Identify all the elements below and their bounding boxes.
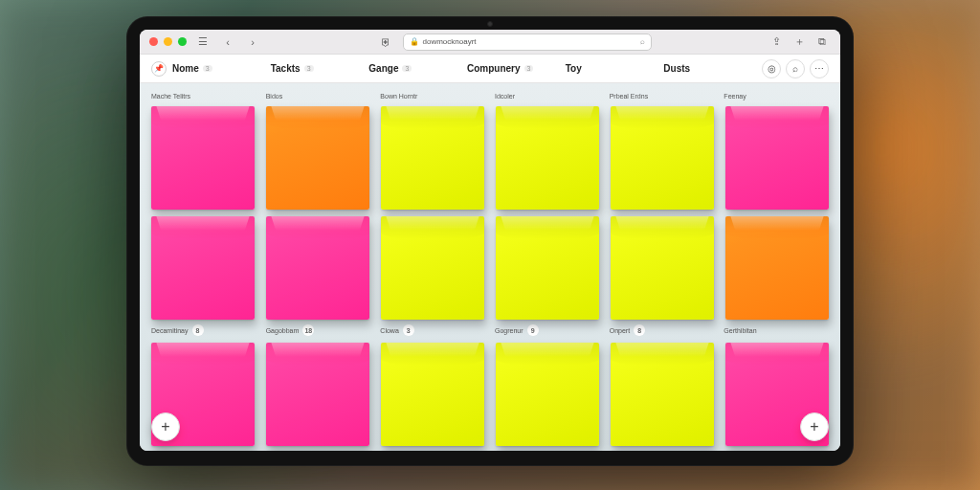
camera-dot [487, 21, 493, 27]
lock-icon: 🔒 [410, 37, 419, 46]
sticky-note[interactable] [151, 216, 255, 320]
more-icon[interactable]: ⋯ [810, 59, 829, 78]
sublabel-4: Prbeal Erdns [610, 93, 715, 100]
back-icon[interactable]: ‹ [219, 33, 236, 51]
section-0[interactable]: Decamitinay8 [151, 324, 256, 336]
sublabel-2: Bown Horntr [380, 93, 485, 100]
column-header-3[interactable]: Compunery3 [467, 63, 560, 74]
monitor-frame: ☰ ‹ › ⛨ 🔒 dowmocknoayrt ⌕ ⇪ ＋ ⧉ 📌 Nome3 … [126, 16, 854, 466]
sticky-note[interactable] [496, 216, 599, 320]
browser-titlebar: ☰ ‹ › ⛨ 🔒 dowmocknoayrt ⌕ ⇪ ＋ ⧉ [140, 30, 840, 55]
section-2[interactable]: Clowa3 [380, 324, 485, 336]
sticky-note[interactable] [725, 216, 829, 320]
pin-icon[interactable]: 📌 [151, 61, 167, 77]
column-header-2[interactable]: Gange3 [368, 63, 461, 74]
sticky-note[interactable] [611, 106, 714, 210]
share-icon[interactable]: ⇪ [768, 33, 785, 51]
tabs-icon[interactable]: ⧉ [813, 33, 831, 51]
search-button[interactable]: ⌕ [786, 59, 805, 78]
column-header-4[interactable]: Toy [566, 63, 658, 74]
add-icon[interactable]: ＋ [791, 33, 808, 51]
add-note-button[interactable]: + [151, 412, 180, 441]
sticky-note[interactable] [381, 216, 484, 320]
notes-row-3 [151, 343, 829, 446]
sublabel-5: Feenay [724, 93, 829, 100]
sticky-note[interactable] [151, 106, 255, 210]
section-5[interactable]: Gerthibitan [724, 324, 829, 336]
user-icon[interactable]: ◎ [762, 59, 781, 78]
sticky-note[interactable] [611, 343, 714, 446]
sticky-note[interactable] [496, 106, 599, 210]
search-icon: ⌕ [640, 37, 645, 46]
close-button[interactable] [149, 37, 158, 46]
sticky-note[interactable] [266, 343, 369, 446]
sticky-note[interactable] [381, 343, 484, 446]
sidebar-toggle-icon[interactable]: ☰ [194, 33, 212, 51]
url-text: dowmocknoayrt [423, 37, 477, 46]
notes-row-2 [151, 216, 829, 320]
sublabel-0: Mache Telitrs [151, 93, 256, 100]
sublabel-3: Idcoler [495, 93, 600, 100]
shield-icon[interactable]: ⛨ [378, 33, 395, 51]
section-labels: Decamitinay8 Gagobbam18 Clowa3 Gogrenur9… [151, 324, 829, 336]
kanban-board: Mache Telitrs Bidos Bown Horntr Idcoler … [140, 83, 840, 451]
add-note-button-right[interactable]: + [800, 412, 829, 441]
address-bar[interactable]: 🔒 dowmocknoayrt ⌕ [403, 33, 652, 51]
forward-icon[interactable]: › [244, 33, 261, 51]
section-4[interactable]: Onpert8 [610, 324, 715, 336]
sticky-note[interactable] [266, 216, 369, 320]
minimize-button[interactable] [164, 37, 172, 46]
column-header-5[interactable]: Dusts [663, 63, 756, 74]
sticky-note[interactable] [725, 106, 829, 210]
window-controls [149, 37, 187, 46]
sublabel-1: Bidos [266, 93, 371, 100]
board-header: 📌 Nome3 Tackts3 Gange3 Compunery3 Toy Du… [140, 55, 840, 83]
section-3[interactable]: Gogrenur9 [495, 324, 600, 336]
screen: ☰ ‹ › ⛨ 🔒 dowmocknoayrt ⌕ ⇪ ＋ ⧉ 📌 Nome3 … [140, 30, 840, 451]
sticky-note[interactable] [266, 106, 369, 210]
notes-row-1 [151, 106, 829, 210]
section-1[interactable]: Gagobbam18 [266, 324, 371, 336]
maximize-button[interactable] [178, 37, 187, 46]
column-header-0[interactable]: Nome3 [172, 63, 265, 74]
column-sublabels: Mache Telitrs Bidos Bown Horntr Idcoler … [151, 93, 829, 100]
sticky-note[interactable] [381, 106, 484, 210]
sticky-note[interactable] [496, 343, 599, 446]
sticky-note[interactable] [611, 216, 714, 320]
column-header-1[interactable]: Tackts3 [271, 63, 364, 74]
